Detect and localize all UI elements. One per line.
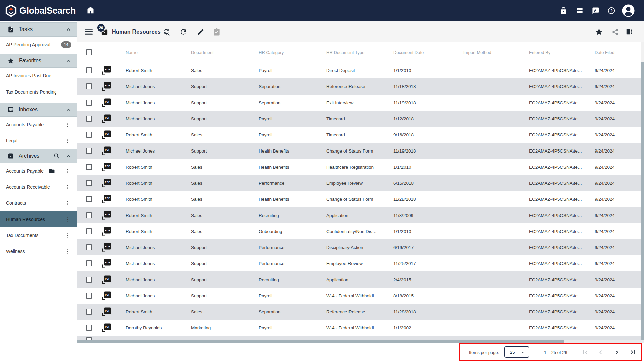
table-row[interactable]: PDFMichael JonesSupportPayrollW-4 - Fede… [77, 288, 644, 304]
select-all-checkbox[interactable] [86, 49, 92, 55]
menu-icon[interactable] [85, 27, 93, 36]
row-checkbox[interactable] [86, 180, 92, 186]
vertical-scrollbar[interactable] [641, 42, 644, 340]
sidebar-section-archives[interactable]: Archives [0, 149, 77, 163]
pdf-document-icon[interactable]: PDF [102, 259, 111, 268]
sidebar-item-legal[interactable]: Legal [0, 133, 77, 149]
row-checkbox[interactable] [86, 196, 92, 202]
pdf-document-icon[interactable]: PDF [102, 211, 111, 220]
pdf-document-icon[interactable]: PDF [102, 99, 111, 107]
sidebar-item-human-resources[interactable]: Human Resources [0, 211, 77, 227]
home-icon[interactable] [86, 6, 95, 16]
row-checkbox[interactable] [86, 309, 92, 315]
row-checkbox[interactable] [86, 212, 92, 218]
kebab-menu-icon[interactable] [64, 167, 72, 175]
table-row[interactable]: PDFMichael JonesSupportPayrollTimecard1/… [77, 111, 644, 127]
sidebar-item-contracts[interactable]: Contracts [0, 195, 77, 211]
horizontal-scrollbar-thumb[interactable] [77, 340, 564, 343]
row-checkbox[interactable] [86, 260, 92, 266]
row-checkbox[interactable] [86, 148, 92, 154]
sidebar-item-accounts-receivable[interactable]: Accounts Receivable [0, 179, 77, 195]
chevron-up-icon[interactable] [66, 58, 71, 64]
pdf-document-icon[interactable]: PDF [102, 195, 111, 203]
table-row[interactable]: PDFDorothy ReynoldsMarketingPayrollW-4 -… [77, 320, 644, 336]
column-header-hr-document-type[interactable]: HR Document Type [326, 50, 364, 55]
row-checkbox[interactable] [86, 337, 92, 340]
row-checkbox[interactable] [86, 83, 92, 89]
sidebar-item-accounts-payable[interactable]: Accounts Payable [0, 163, 77, 179]
row-checkbox[interactable] [86, 244, 92, 250]
row-checkbox[interactable] [86, 164, 92, 170]
column-header-import-method[interactable]: Import Method [463, 50, 491, 55]
table-row[interactable]: PDFRobert SmithSalesPerformanceEmployee … [77, 175, 644, 191]
horizontal-scrollbar[interactable] [77, 340, 644, 343]
row-checkbox[interactable] [86, 67, 92, 73]
table-row[interactable]: PDFRobert SmithSalesPayrollDirect Deposi… [77, 62, 644, 78]
pdf-document-icon[interactable]: PDF [102, 131, 111, 139]
column-header-date-filed[interactable]: Date Filed [595, 50, 614, 55]
table-row[interactable]: PDFRobert SmithSalesPayrollTimecard9/16/… [77, 127, 644, 143]
chevron-up-icon[interactable] [66, 27, 71, 33]
row-checkbox[interactable] [86, 132, 92, 138]
pdf-document-icon[interactable]: PDF [102, 292, 111, 300]
row-checkbox[interactable] [86, 228, 92, 234]
pdf-document-icon[interactable]: PDF [102, 66, 111, 75]
kebab-menu-icon[interactable] [64, 232, 72, 239]
table-row[interactable]: PDFRobert SmithSalesOnboardingConfidenti… [77, 223, 644, 239]
row-checkbox[interactable] [86, 293, 92, 299]
sidebar-item-ap-pending-approval[interactable]: AP Pending Approval 14 [0, 37, 77, 53]
table-row[interactable]: PDFMichael JonesSupportPerformanceDiscip… [77, 239, 644, 255]
table-row[interactable]: PDFRobert SmithSalesSeparationReference … [77, 304, 644, 320]
row-checkbox[interactable] [86, 116, 92, 122]
kebab-menu-icon[interactable] [64, 248, 72, 255]
table-row[interactable]: PDFMichael JonesSupportSeparationReferen… [77, 78, 644, 95]
table-row[interactable]: PDFRobert SmithSalesRecruitingApplicatio… [77, 207, 644, 223]
share-icon[interactable] [612, 28, 619, 35]
pdf-document-icon[interactable]: PDF [102, 82, 111, 91]
kebab-menu-icon[interactable] [64, 183, 72, 191]
kebab-menu-icon[interactable] [64, 137, 72, 145]
chevron-up-icon[interactable] [66, 153, 71, 159]
edit-icon[interactable] [197, 28, 204, 36]
pdf-document-icon[interactable]: PDF [102, 324, 111, 332]
row-checkbox[interactable] [86, 325, 92, 331]
kebab-menu-icon[interactable] [64, 216, 72, 223]
table-row[interactable]: PDFRobert SmithSalesHealth BenefitsHealt… [77, 159, 644, 175]
sidebar-item-ap-invoices-past-due[interactable]: AP Invoices Past Due [0, 68, 77, 84]
column-view-icon[interactable] [626, 28, 633, 36]
refresh-icon[interactable] [180, 28, 187, 36]
sidebar-section-inboxes[interactable]: Inboxes [0, 103, 77, 117]
favorite-star-icon[interactable] [595, 28, 603, 36]
pdf-document-icon[interactable]: PDF [102, 163, 111, 171]
sidebar-section-favorites[interactable]: Favorites [0, 54, 77, 68]
column-header-department[interactable]: Department [191, 50, 214, 55]
sidebar-section-tasks[interactable]: Tasks [0, 22, 77, 37]
kebab-menu-icon[interactable] [64, 199, 72, 207]
sidebar-item-tax-documents-pending-inde[interactable]: Tax Documents Pending Inde… [0, 84, 77, 100]
last-page-button[interactable] [629, 348, 637, 356]
table-row[interactable]: PDFMichael JonesSupportHealth BenefitsCh… [77, 143, 644, 159]
document-count-badge-group[interactable]: 26 [97, 23, 112, 40]
dns-icon[interactable] [576, 7, 584, 15]
column-header-hr-category[interactable]: HR Category [259, 50, 284, 55]
archives-search-icon[interactable] [53, 153, 60, 160]
table-row[interactable]: PDFMichael JonesSupportPerformanceEmploy… [77, 255, 644, 272]
pdf-document-icon[interactable]: PDF [102, 115, 111, 123]
column-header-name[interactable]: Name [126, 50, 138, 55]
pdf-document-icon[interactable]: PDF [102, 227, 111, 236]
table-row[interactable]: PDFMichael JonesSupportRecruitingApplica… [77, 272, 644, 288]
next-page-button[interactable] [613, 348, 621, 356]
help-icon[interactable]: ? [607, 7, 615, 15]
sidebar-item-wellness[interactable]: Wellness [0, 243, 77, 259]
pdf-document-icon[interactable]: PDF [102, 179, 111, 187]
sidebar-item-accounts-payable[interactable]: Accounts Payable [0, 117, 77, 133]
kebab-menu-icon[interactable] [64, 121, 72, 129]
row-checkbox[interactable] [86, 100, 92, 106]
feedback-icon[interactable] [592, 7, 600, 15]
pdf-document-icon[interactable]: PDF [102, 308, 111, 316]
column-header-document-date[interactable]: Document Date [393, 50, 424, 55]
pdf-document-icon[interactable]: PDF [102, 147, 111, 155]
chevron-up-icon[interactable] [66, 107, 71, 113]
account-avatar[interactable] [621, 4, 635, 18]
row-checkbox[interactable] [86, 277, 92, 283]
